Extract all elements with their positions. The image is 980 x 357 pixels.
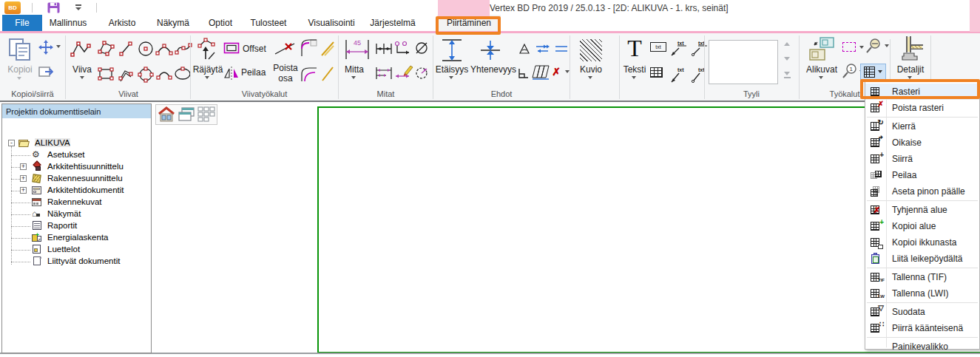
explode-dropdown-caret[interactable] — [205, 76, 209, 79]
tree-expand-toggle[interactable]: + — [20, 163, 27, 170]
subpictures-icon[interactable] — [808, 36, 835, 63]
move-icon[interactable] — [38, 40, 53, 55]
selection-rect-icon[interactable] — [842, 42, 856, 52]
chamfer-line-icon[interactable] — [321, 66, 334, 82]
polyline-icon[interactable] — [70, 39, 92, 58]
text-button[interactable]: Teksti — [620, 64, 649, 75]
dimension-button[interactable]: Mitta — [341, 64, 368, 75]
angle-constraint-icon[interactable] — [518, 42, 531, 55]
menu-item-tallenna-tif-[interactable]: TIFTallenna (TIF) — [865, 269, 979, 285]
hatch-button[interactable]: Kuvio — [576, 64, 606, 75]
tree-item-raportit[interactable]: Raportit — [47, 221, 77, 230]
details-icon[interactable] — [896, 35, 925, 63]
subpictures-button[interactable]: Alikuvat — [803, 64, 840, 75]
diameter-icon[interactable] — [414, 41, 429, 55]
menu-item-tallenna-lwi-[interactable]: LWTallenna (LWI) — [865, 285, 979, 302]
leader-text-icon-4[interactable]: txt — [691, 66, 709, 84]
tab-järjestelmä[interactable]: Järjestelmä — [363, 15, 422, 31]
zoom-1to1-icon[interactable]: 1 — [841, 63, 859, 81]
line-tool-button[interactable]: Viiva — [70, 64, 95, 75]
distance-dropdown-caret[interactable] — [449, 76, 453, 79]
offset-icon[interactable] — [223, 42, 240, 54]
rectangle-icon[interactable] — [97, 67, 115, 81]
send-to-icon[interactable] — [38, 66, 53, 78]
move-dropdown-caret[interactable] — [56, 45, 61, 48]
tree-item-arkkitehtidokumentit[interactable]: Arkkitehtidokumentit — [47, 186, 124, 194]
tree-item-energialaskenta[interactable]: Energialaskenta — [47, 233, 108, 242]
polygon-icon[interactable] — [96, 39, 115, 58]
coincident-button[interactable]: Yhtenevyys — [469, 64, 518, 75]
tab-näkymä[interactable]: Näkymä — [152, 15, 195, 31]
distance-constraint-icon[interactable] — [441, 38, 463, 63]
copy-icon[interactable] — [7, 38, 34, 61]
menu-item-suodata[interactable]: ▽Suodata — [865, 304, 979, 320]
model-house-icon[interactable] — [158, 106, 175, 123]
style-scroll-down-icon[interactable] — [784, 57, 790, 61]
menu-item-siirrä[interactable]: +Siirrä — [865, 151, 979, 167]
double-polyline-icon[interactable] — [118, 65, 134, 83]
cascade-windows-icon[interactable] — [178, 106, 195, 123]
tree-item-liittyvät-dokumentit[interactable]: Liittyvät dokumentit — [47, 256, 120, 265]
perpendicular-constraint-icon[interactable] — [518, 67, 530, 79]
tab-optiot[interactable]: Optiot — [200, 15, 240, 31]
circle-center-icon[interactable] — [137, 40, 155, 58]
arc-3point-icon[interactable] — [155, 41, 173, 57]
radius-icon[interactable] — [414, 66, 429, 81]
app-logo-icon[interactable]: BD — [4, 1, 21, 14]
leader-text-icon-3[interactable]: txt — [670, 66, 688, 84]
menu-item-kierrä[interactable]: ↻Kierrä — [865, 118, 979, 135]
arc-icon[interactable] — [155, 67, 173, 81]
baseline-dimension-icon[interactable] — [375, 66, 393, 81]
menu-item-kopioi-ikkunasta[interactable]: Kopioi ikkunasta — [865, 234, 979, 251]
coincident-constraint-icon[interactable] — [479, 39, 501, 61]
tab-visualisointi[interactable]: Visualisointi — [301, 15, 362, 31]
circle-nodes-icon[interactable] — [137, 66, 155, 84]
trim-button-line2[interactable]: osa — [271, 73, 300, 84]
line-tool-dropdown-caret[interactable] — [80, 76, 84, 79]
style-scroll-last-icon[interactable] — [784, 72, 790, 75]
chamfer-icon[interactable] — [320, 39, 335, 57]
equal-constraint-icon[interactable] — [553, 42, 570, 55]
subpictures-dropdown-caret[interactable] — [819, 76, 823, 79]
leader-text-icon-2[interactable]: txt — [691, 39, 709, 57]
tree-collapse-toggle[interactable]: - — [8, 140, 15, 146]
save-icon[interactable] — [47, 2, 60, 13]
fillet-corner-icon[interactable] — [300, 65, 318, 83]
table-icon[interactable] — [650, 67, 663, 78]
copy-button[interactable]: Kopioi — [3, 64, 37, 75]
line-icon[interactable] — [118, 41, 133, 57]
leader-text-icon[interactable]: txt — [670, 39, 688, 57]
edit-dimension-icon[interactable] — [394, 64, 413, 81]
text-dropdown-caret[interactable] — [632, 76, 636, 79]
style-listbox[interactable] — [709, 40, 778, 84]
menu-item-painikevalikko[interactable]: Painikevalikko — [865, 339, 979, 355]
tree-item-asetukset[interactable]: Asetukset — [47, 150, 85, 159]
tree-item-rakennekuvat[interactable]: Rakennekuvat — [47, 197, 102, 206]
style-scroll-up-icon[interactable] — [784, 42, 790, 46]
zoom-out-icon[interactable] — [865, 38, 883, 55]
tree-item-arkkitehtisuunnittelu[interactable]: Arkkitehtisuunnittelu — [47, 162, 124, 171]
zoom-out-caret[interactable] — [885, 44, 889, 47]
distance-button[interactable]: Etäisyys — [433, 64, 470, 75]
tab-file[interactable]: File — [2, 15, 42, 31]
trim-button[interactable]: Poista — [271, 63, 300, 73]
menu-item-oikaise[interactable]: ↱Oikaise — [865, 135, 979, 151]
trim-icon[interactable] — [274, 39, 296, 58]
explode-icon[interactable] — [195, 37, 220, 62]
copy-dropdown-caret[interactable] — [17, 77, 21, 80]
tab-arkisto[interactable]: Arkisto — [102, 15, 142, 31]
tree-expand-toggle[interactable]: + — [20, 187, 27, 194]
tree-item-näkymät[interactable]: Näkymät — [47, 209, 81, 218]
raster-menu-button[interactable] — [860, 64, 886, 80]
dimension-dropdown-caret[interactable] — [351, 76, 356, 79]
tile-windows-icon[interactable] — [197, 106, 215, 123]
fillet-icon[interactable] — [300, 38, 318, 58]
explode-button[interactable]: Räjäytä — [191, 64, 225, 75]
details-button[interactable]: Detaljit — [893, 64, 928, 75]
menu-item-peilaa[interactable]: Peilaa — [865, 167, 979, 183]
menu-item-poista-rasteri[interactable]: ✗Poista rasteri — [865, 100, 979, 116]
mirror-button[interactable]: Peilaa — [241, 67, 272, 78]
tab-mallinnus[interactable]: Mallinnus — [46, 15, 90, 31]
menu-item-piirrä-käänteisenä[interactable]: ∷Piirrä käänteisenä — [865, 320, 979, 336]
quick-access-dropdown-icon[interactable] — [75, 4, 82, 10]
